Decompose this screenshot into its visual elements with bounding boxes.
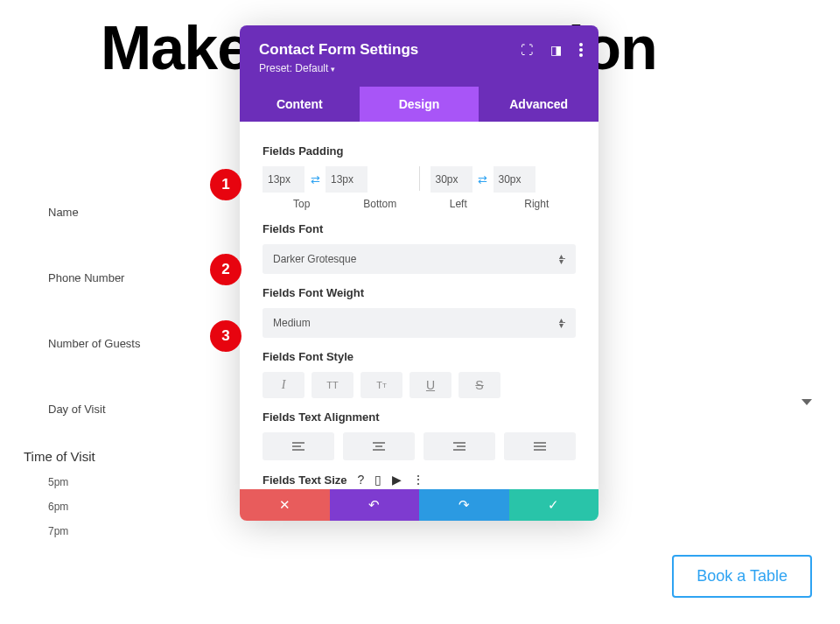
field-day[interactable]: Day of Visit xyxy=(48,403,223,416)
time-option[interactable]: 7pm xyxy=(48,525,95,537)
help-icon[interactable]: ? xyxy=(358,473,365,487)
more-icon[interactable] xyxy=(579,43,583,57)
field-phone[interactable]: Phone Number xyxy=(48,271,223,284)
time-option[interactable]: 5pm xyxy=(48,476,95,488)
fields-font-weight-label: Fields Font Weight xyxy=(262,286,576,299)
underline-button[interactable]: U xyxy=(410,372,452,398)
align-right-button[interactable] xyxy=(424,432,495,460)
modal-body: Fields Padding ⇄ ⇄ Top Bottom Left Right… xyxy=(240,122,598,489)
align-center-button[interactable] xyxy=(343,432,415,460)
tab-content[interactable]: Content xyxy=(240,87,360,122)
strikethrough-button[interactable]: S xyxy=(458,372,500,398)
font-select[interactable]: Darker Grotesque ▴▾ xyxy=(262,244,576,274)
weight-value: Medium xyxy=(273,317,311,329)
label-top: Top xyxy=(262,198,341,210)
align-justify-button[interactable] xyxy=(504,432,576,460)
fields-font-label: Fields Font xyxy=(262,222,576,235)
book-table-button[interactable]: Book a Table xyxy=(672,555,812,598)
cursor-icon[interactable]: ▶ xyxy=(392,473,402,487)
tab-advanced[interactable]: Advanced xyxy=(479,87,598,122)
more-icon[interactable]: ⋮ xyxy=(412,473,424,487)
tab-bar: Content Design Advanced xyxy=(240,87,598,122)
device-icon[interactable]: ▯ xyxy=(374,473,382,487)
time-option[interactable]: 6pm xyxy=(48,501,95,513)
annotation-badge-3: 3 xyxy=(210,320,242,352)
padding-inputs: ⇄ ⇄ xyxy=(262,166,576,193)
uppercase-button[interactable]: TT xyxy=(312,372,354,398)
columns-icon[interactable]: ◨ xyxy=(550,43,562,57)
weight-select[interactable]: Medium ▴▾ xyxy=(262,308,576,338)
fields-font-style-label: Fields Font Style xyxy=(262,350,576,363)
preset-selector[interactable]: Preset: Default xyxy=(259,62,579,74)
dropdown-caret-icon[interactable] xyxy=(802,399,812,405)
chevron-updown-icon: ▴▾ xyxy=(559,318,564,328)
save-button[interactable]: ✓ xyxy=(509,489,599,521)
padding-right-input[interactable] xyxy=(494,166,536,193)
field-guests[interactable]: Number of Guests xyxy=(48,337,223,350)
modal-footer: ✕ ↶ ↷ ✓ xyxy=(240,489,598,521)
padding-bottom-input[interactable] xyxy=(326,166,368,193)
redo-button[interactable]: ↷ xyxy=(419,489,509,521)
cancel-button[interactable]: ✕ xyxy=(240,489,330,521)
modal-header: Contact Form Settings Preset: Default ⛶ … xyxy=(240,25,598,87)
smallcaps-button[interactable]: TT xyxy=(360,372,402,398)
fields-text-size-label: Fields Text Size xyxy=(262,473,347,487)
annotation-badge-1: 1 xyxy=(210,169,242,200)
fields-text-alignment-label: Fields Text Alignment xyxy=(262,410,576,424)
padding-left-input[interactable] xyxy=(430,166,472,193)
annotation-badge-2: 2 xyxy=(210,254,242,285)
separator xyxy=(419,166,420,191)
alignment-buttons xyxy=(262,432,576,460)
italic-button[interactable]: I xyxy=(262,372,304,398)
field-name[interactable]: Name xyxy=(48,206,223,219)
settings-modal: Contact Form Settings Preset: Default ⛶ … xyxy=(240,25,598,521)
font-value: Darker Grotesque xyxy=(273,253,356,265)
link-icon[interactable]: ⇄ xyxy=(304,167,326,192)
time-section: Time of Visit 5pm 6pm 7pm xyxy=(24,449,95,550)
padding-sublabels: Top Bottom Left Right xyxy=(262,198,576,210)
label-bottom: Bottom xyxy=(341,198,420,210)
link-icon[interactable]: ⇄ xyxy=(472,167,494,192)
expand-icon[interactable]: ⛶ xyxy=(521,43,533,57)
time-heading: Time of Visit xyxy=(24,449,95,464)
label-right: Right xyxy=(498,198,577,210)
fields-padding-label: Fields Padding xyxy=(262,144,576,158)
label-left: Left xyxy=(419,198,498,210)
chevron-updown-icon: ▴▾ xyxy=(559,254,564,264)
font-style-buttons: I TT TT U S xyxy=(262,372,576,398)
align-left-button[interactable] xyxy=(262,432,334,460)
tab-design[interactable]: Design xyxy=(360,87,480,122)
background-form: Name Phone Number Number of Guests Day o… xyxy=(48,206,223,468)
fields-text-size-row: Fields Text Size ? ▯ ▶ ⋮ xyxy=(262,473,576,487)
undo-button[interactable]: ↶ xyxy=(330,489,420,521)
padding-top-input[interactable] xyxy=(262,166,304,193)
